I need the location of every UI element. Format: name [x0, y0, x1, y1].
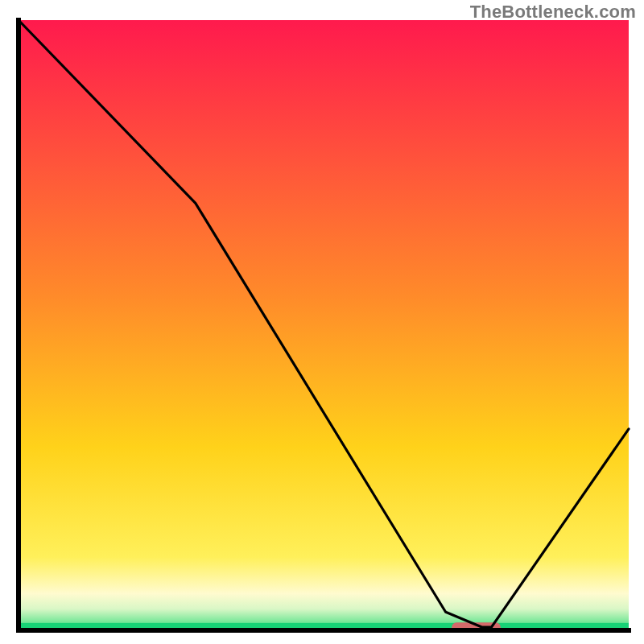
watermark-text: TheBottleneck.com [470, 2, 636, 23]
plot-background [19, 20, 629, 630]
chart-container: TheBottleneck.com [0, 0, 644, 644]
chart-svg [0, 0, 644, 644]
